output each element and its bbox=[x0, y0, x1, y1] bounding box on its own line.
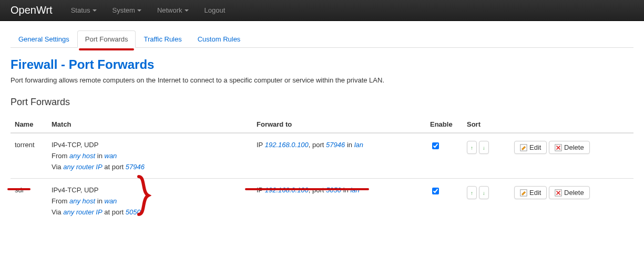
col-match: Match bbox=[47, 116, 252, 133]
match-from-zone: wan bbox=[105, 197, 117, 205]
forward-ip: 192.168.0.100 bbox=[265, 141, 309, 149]
match-from-zone: wan bbox=[105, 152, 117, 160]
edit-label: Edit bbox=[529, 143, 541, 151]
edit-icon bbox=[520, 189, 527, 197]
match-via-router: any router IP bbox=[63, 163, 102, 171]
nav-logout-label: Logout bbox=[205, 6, 226, 14]
sort-down-button[interactable] bbox=[479, 141, 489, 154]
forward-port: 5050 bbox=[326, 186, 341, 194]
arrow-down-icon bbox=[483, 143, 485, 151]
col-sort: Sort bbox=[463, 116, 510, 133]
edit-label: Edit bbox=[529, 189, 541, 197]
match-via-port: 57946 bbox=[126, 163, 145, 171]
sort-up-button[interactable] bbox=[467, 141, 477, 154]
edit-icon bbox=[520, 144, 527, 151]
delete-icon bbox=[555, 189, 562, 197]
page-title: Firewall - Port Forwards bbox=[11, 57, 633, 72]
nav-network-label: Network bbox=[157, 6, 182, 14]
nav-system-label: System bbox=[113, 6, 135, 14]
rule-name: torrent bbox=[11, 133, 47, 179]
match-proto: IPv4-TCP, UDP bbox=[52, 186, 248, 194]
arrow-down-icon bbox=[483, 189, 485, 197]
tab-general-settings[interactable]: General Settings bbox=[11, 30, 77, 48]
nav-status-label: Status bbox=[71, 6, 90, 14]
nav-system[interactable]: System bbox=[105, 1, 149, 19]
forward-zone: lan bbox=[350, 186, 359, 194]
chevron-down-icon bbox=[93, 9, 97, 12]
rule-forward: IP 192.168.0.100, port 5050 in lan bbox=[252, 179, 426, 224]
nav-logout[interactable]: Logout bbox=[197, 1, 233, 19]
enable-checkbox[interactable] bbox=[432, 188, 439, 194]
nav-network[interactable]: Network bbox=[149, 1, 197, 19]
edit-button[interactable]: Edit bbox=[514, 186, 547, 199]
delete-button[interactable]: Delete bbox=[549, 186, 590, 199]
sort-up-button[interactable] bbox=[467, 186, 477, 199]
table-row: torrent IPv4-TCP, UDP From any host in w… bbox=[11, 133, 633, 179]
tabs: General Settings Port Forwards Traffic R… bbox=[11, 30, 633, 48]
tab-custom-rules[interactable]: Custom Rules bbox=[190, 30, 249, 48]
arrow-up-icon bbox=[471, 143, 473, 151]
annotation-underline bbox=[79, 48, 135, 50]
tab-traffic-rules[interactable]: Traffic Rules bbox=[136, 30, 189, 48]
brand: OpenWrt bbox=[11, 4, 53, 16]
col-enable: Enable bbox=[426, 116, 463, 133]
delete-label: Delete bbox=[564, 189, 584, 197]
match-from-host: any host bbox=[69, 152, 95, 160]
delete-label: Delete bbox=[564, 143, 584, 151]
rule-forward: IP 192.168.0.100, port 57946 in lan bbox=[252, 133, 426, 179]
nav-status[interactable]: Status bbox=[63, 1, 105, 19]
match-via-router: any router IP bbox=[63, 208, 102, 216]
match-from-host: any host bbox=[69, 197, 95, 205]
edit-button[interactable]: Edit bbox=[514, 141, 547, 154]
match-via-port: 5050 bbox=[126, 208, 141, 216]
tab-port-forwards[interactable]: Port Forwards bbox=[77, 30, 136, 48]
enable-checkbox[interactable] bbox=[432, 142, 439, 149]
arrow-up-icon bbox=[471, 189, 473, 197]
rule-match: IPv4-TCP, UDP From any host in wan Via a… bbox=[47, 179, 252, 224]
rule-name: sdr bbox=[15, 186, 24, 194]
forward-zone: lan bbox=[354, 141, 363, 149]
port-forwards-table: Name Match Forward to Enable Sort torren… bbox=[11, 116, 633, 223]
delete-button[interactable]: Delete bbox=[549, 141, 590, 154]
navbar: OpenWrt Status System Network Logout bbox=[0, 0, 644, 21]
page-description: Port forwarding allows remote computers … bbox=[11, 76, 633, 84]
col-name: Name bbox=[11, 116, 47, 133]
table-row: sdr IPv4-TCP, UDP From any host in wan V… bbox=[11, 179, 633, 224]
rule-match: IPv4-TCP, UDP From any host in wan Via a… bbox=[47, 133, 252, 179]
col-forward: Forward to bbox=[252, 116, 426, 133]
tab-port-forwards-label: Port Forwards bbox=[85, 35, 128, 43]
match-proto: IPv4-TCP, UDP bbox=[52, 141, 248, 149]
section-title: Port Forwards bbox=[11, 97, 633, 108]
chevron-down-icon bbox=[137, 9, 141, 12]
forward-ip: 192.168.0.100 bbox=[265, 186, 309, 194]
delete-icon bbox=[555, 144, 562, 151]
forward-port: 57946 bbox=[326, 141, 345, 149]
chevron-down-icon bbox=[185, 9, 189, 12]
col-actions bbox=[510, 116, 633, 133]
sort-down-button[interactable] bbox=[479, 186, 489, 199]
